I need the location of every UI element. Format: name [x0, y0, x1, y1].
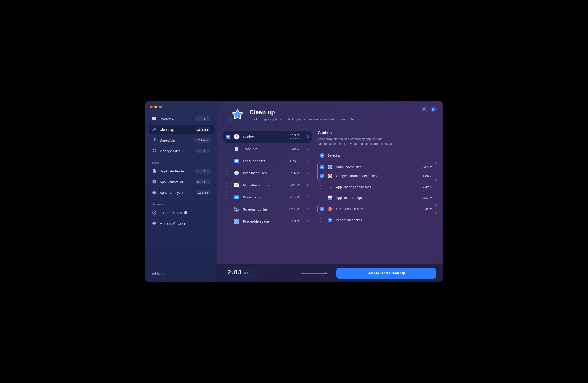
- annotation-arrow: [262, 271, 332, 275]
- category-label: Caches: [243, 135, 255, 139]
- category-checkbox[interactable]: [226, 195, 230, 199]
- svg-rect-21: [433, 109, 433, 110]
- row-label: Applications cache files: [336, 185, 371, 189]
- content-area: Caches4.53 GB3 selectedTrash bin9.39 GBL…: [217, 131, 443, 264]
- cleanup-star-icon: [228, 109, 244, 125]
- app-icon: A: [152, 179, 157, 184]
- category-size: 9.39 GB: [290, 147, 301, 151]
- header-actions: [421, 106, 437, 113]
- category-checkbox[interactable]: [226, 171, 230, 175]
- category-size: 62.1 MB: [289, 207, 301, 211]
- row-checkbox[interactable]: [320, 174, 324, 178]
- review-cleanup-button[interactable]: Review and Clean Up: [336, 268, 436, 279]
- category-label: Purgeable space: [243, 219, 269, 223]
- news-button[interactable]: [430, 106, 437, 113]
- pie-icon: [152, 190, 157, 195]
- category-mail-attachments[interactable]: Mail attachments620 MB: [223, 179, 312, 191]
- download-icon: [233, 193, 240, 201]
- sidebar-item-label: Manage Files: [160, 149, 181, 153]
- sidebar-item-manage-files[interactable]: Manage Files109 GB: [149, 146, 213, 156]
- category-screenshot-files[interactable]: Screenshot files62.1 MB: [223, 203, 312, 215]
- cache-row-xcode-cache-files[interactable]: Xcode cache files-: [318, 216, 437, 225]
- svg-rect-12: [153, 222, 156, 224]
- svg-rect-46: [331, 186, 332, 186]
- category-size: 620 MB: [290, 183, 301, 187]
- minimize-button[interactable]: [154, 106, 157, 108]
- sidebar-tool-app-uninstaller[interactable]: AApp Uninstaller31.7 GB: [149, 177, 213, 187]
- row-checkbox[interactable]: [320, 165, 324, 169]
- sidebar-item-overview[interactable]: Overview14.2 GB: [149, 114, 213, 124]
- row-label: Firefox cache files: [336, 207, 363, 211]
- blocks-icon: [152, 148, 157, 153]
- svg-point-42: [329, 175, 331, 177]
- trash-icon: [233, 145, 240, 152]
- svg-rect-50: [329, 188, 330, 189]
- sidebar-item-badge: 109 GB: [196, 149, 211, 153]
- purge-icon: [233, 218, 240, 225]
- chevron-right-icon: [307, 159, 309, 162]
- detail-description: Temporary hidden files created by applic…: [318, 137, 429, 146]
- chip-icon: [152, 221, 157, 226]
- category-caches[interactable]: Caches4.53 GB3 selected: [223, 131, 312, 143]
- row-label: Xcode cache files: [336, 218, 362, 222]
- sidebar-item-badge: 14.2 GB: [195, 116, 211, 121]
- category-checkbox[interactable]: [226, 207, 230, 211]
- svg-text:LOG: LOG: [329, 198, 332, 200]
- select-all-row[interactable]: Select all: [318, 152, 437, 159]
- bolt-icon: [152, 138, 157, 143]
- select-all-checkbox[interactable]: [320, 153, 324, 158]
- sidebar-item-speed-up[interactable]: Speed Up52 Tasks: [149, 135, 213, 145]
- row-checkbox[interactable]: [320, 196, 324, 200]
- category-purgeable-space[interactable]: Purgeable space1.8 GB: [223, 215, 312, 227]
- row-checkbox[interactable]: [320, 185, 324, 189]
- category-checkbox[interactable]: [226, 159, 230, 163]
- sidebar-item-badge: 19.1 GB: [195, 127, 211, 132]
- page-title: Clean up: [249, 109, 362, 116]
- cache-row-safari-cache-files[interactable]: Safari cache files34.5 MB: [318, 163, 437, 172]
- svg-rect-23: [434, 109, 434, 110]
- sidebar-helper-funter-hidden-files[interactable]: Funter - hidden files: [149, 208, 213, 217]
- category-trash-bin[interactable]: Trash bin9.39 GB: [223, 143, 312, 155]
- svg-point-4: [155, 151, 156, 153]
- category-size: 274 MB: [290, 171, 301, 175]
- mail-icon: [233, 182, 240, 189]
- cache-row-google-chrome-cache-files[interactable]: Google Chrome cache files1.86 GB: [318, 172, 437, 180]
- chat-button[interactable]: [421, 106, 428, 113]
- cache-row-applications-cache-files[interactable]: Applications cache files2.42 GB: [318, 183, 437, 192]
- row-checkbox[interactable]: [320, 218, 324, 222]
- category-installation-files[interactable]: Installation files274 MB: [223, 167, 312, 179]
- svg-rect-22: [434, 109, 434, 109]
- svg-rect-13: [152, 223, 153, 224]
- category-language-files[interactable]: Language files1.76 GB: [223, 155, 312, 167]
- category-downloads[interactable]: Downloads615 MB: [223, 191, 312, 203]
- detail-panel: Caches Temporary hidden files created by…: [318, 131, 437, 264]
- close-button[interactable]: [150, 106, 153, 108]
- detail-list: Select allSafari cache files34.5 MBGoogl…: [318, 152, 437, 226]
- sidebar-helper-memory-cleaner[interactable]: Memory Cleaner: [149, 218, 213, 228]
- sidebar-tool-space-analyzer[interactable]: Space Analyzer112 GB: [149, 188, 213, 197]
- row-checkbox[interactable]: [320, 207, 324, 211]
- category-label: Trash bin: [243, 147, 257, 151]
- row-label: Applications' logs: [336, 196, 362, 200]
- svg-point-30: [235, 159, 238, 162]
- category-label: Downloads: [243, 195, 260, 199]
- category-checkbox[interactable]: [226, 147, 230, 151]
- chevron-right-icon: [307, 208, 309, 211]
- gauge-icon: [152, 116, 157, 121]
- broom-icon: [152, 127, 157, 132]
- category-checkbox[interactable]: [226, 134, 230, 139]
- svg-rect-28: [235, 147, 238, 148]
- cache-row-firefox-cache-files[interactable]: Firefox cache files138 MB: [318, 205, 437, 213]
- svg-rect-47: [329, 187, 330, 188]
- sidebar-item-clean-up[interactable]: Clean Up19.1 GB: [149, 125, 213, 134]
- chrome-icon: [328, 173, 333, 178]
- maximize-button[interactable]: [159, 106, 162, 108]
- category-checkbox[interactable]: [226, 219, 230, 223]
- chevron-right-icon: [307, 183, 309, 187]
- appgrid-icon: [328, 185, 333, 190]
- cache-row-applications-logs[interactable]: LOGApplications' logs82.3 MB: [318, 193, 437, 202]
- svg-point-18: [229, 119, 230, 119]
- category-checkbox[interactable]: [226, 183, 230, 187]
- category-size: 615 MB: [290, 195, 301, 199]
- sidebar-tool-duplicate-finder[interactable]: Duplicate Finder1.08 GB: [149, 166, 213, 176]
